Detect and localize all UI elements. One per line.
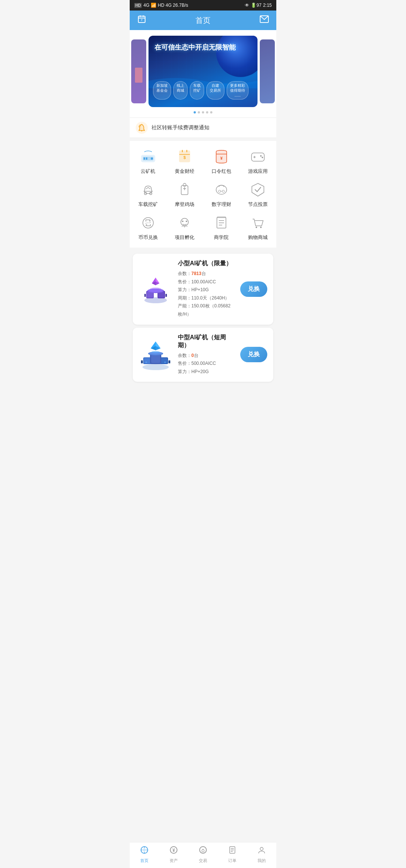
svg-marker-33	[252, 183, 264, 196]
incubator-icon	[176, 214, 194, 232]
menu-item-red-packet[interactable]: ¥ 口令红包	[206, 148, 236, 175]
banner-side-left	[131, 39, 146, 103]
menu-item-car-mine[interactable]: 车载挖矿	[133, 181, 163, 208]
svg-point-26	[183, 183, 186, 186]
small-miner-info: 小型AI矿机（限量） 余数：7813台 售价：100.00AICC 算力：HP+…	[178, 260, 235, 319]
menu-item-currency-exchange[interactable]: 币币兑换	[133, 214, 163, 241]
menu-row-1: 云矿机 $ 黄金财经 ¥ 口令红包	[130, 145, 276, 178]
calendar-icon[interactable]: 7	[136, 15, 148, 26]
time-display: 2:15	[263, 3, 272, 8]
medium-miner-image	[139, 338, 173, 372]
svg-rect-58	[165, 294, 167, 297]
menu-item-node-vote[interactable]: 节点投票	[243, 181, 273, 208]
svg-point-6	[141, 130, 142, 132]
svg-point-9	[151, 157, 153, 160]
svg-rect-74	[141, 360, 143, 363]
svg-rect-57	[144, 294, 146, 297]
menu-item-incubator[interactable]: 项目孵化	[170, 214, 200, 241]
banner-btn-shop[interactable]: 线上商城	[173, 81, 188, 100]
notice-icon	[136, 122, 148, 134]
svg-rect-61	[144, 358, 151, 363]
banner-dots	[130, 111, 276, 113]
menu-item-games[interactable]: 游戏应用	[243, 148, 273, 175]
cloud-miner-icon	[139, 148, 157, 166]
cloud-miner-label: 云矿机	[141, 168, 155, 175]
signal-icon: 4G 📶	[143, 3, 156, 8]
small-miner-price: 售价：100.00AICC	[178, 278, 235, 286]
product-card-medium-miner: 中型AI矿机（短周期） 余数：0台 售价：500.00AICC 算力：HP+20…	[133, 328, 273, 382]
notice-bar[interactable]: 社区转账手续费调整通知	[130, 118, 276, 138]
svg-point-43	[260, 227, 262, 228]
notice-text: 社区转账手续费调整通知	[151, 124, 209, 131]
medium-miner-remaining: 余数：0台	[178, 352, 235, 360]
small-miner-title: 小型AI矿机（限量）	[178, 260, 235, 268]
svg-text:7: 7	[141, 19, 142, 21]
banner-btn-singapore[interactable]: 新加坡基金会	[153, 81, 171, 100]
app-header: 7 首页	[130, 11, 276, 30]
menu-item-gold-finance[interactable]: $ 黄金财经	[170, 148, 200, 175]
svg-text:$: $	[183, 155, 186, 160]
banner-scroll[interactable]: 在可信生态中开启无限智能 新加坡基金会 线上商城 车载挖矿 自建交易所 更多精彩…	[130, 34, 276, 109]
svg-point-31	[222, 190, 224, 192]
menu-grid: 云矿机 $ 黄金财经 ¥ 口令红包	[130, 141, 276, 248]
dot-2[interactable]	[198, 111, 200, 113]
svg-point-76	[145, 361, 147, 363]
small-miner-redeem-button[interactable]: 兑换	[240, 281, 267, 297]
car-mine-icon	[139, 181, 157, 199]
banner-side-right	[260, 39, 275, 103]
currency-exchange-label: 币币兑换	[138, 234, 158, 241]
eye-icon: 👁	[245, 3, 249, 8]
menu-item-cloud-miner[interactable]: 云矿机	[133, 148, 163, 175]
battery-icon: 🔋97	[251, 3, 261, 8]
small-miner-hashrate: 算力：HP+10G	[178, 286, 235, 294]
svg-point-73	[151, 351, 160, 353]
product-card-small-miner: 小型AI矿机（限量） 余数：7813台 售价：100.00AICC 算力：HP+…	[133, 254, 273, 325]
banner-btn-exchange[interactable]: 自建交易所	[206, 81, 224, 100]
svg-rect-10	[144, 157, 145, 160]
medium-miner-redeem-button[interactable]: 兑换	[240, 347, 267, 362]
banner-btn-more[interactable]: 更多精彩值得期待......	[227, 81, 248, 100]
svg-point-34	[143, 218, 153, 228]
currency-exchange-icon	[139, 214, 157, 232]
status-bar: HD 4G 📶 HD 4G 26.7B/s 👁 🔋97 2:15	[130, 0, 276, 11]
business-school-icon	[212, 214, 230, 232]
digital-finance-label: 数字理财	[212, 201, 231, 208]
svg-point-77	[164, 361, 166, 363]
menu-item-shopping[interactable]: 购物商城	[243, 214, 273, 241]
red-packet-label: 口令红包	[212, 168, 231, 175]
banner-text: 在可信生态中开启无限智能	[155, 43, 236, 52]
dot-1[interactable]	[194, 111, 196, 113]
gold-finance-icon: $	[176, 148, 194, 166]
dot-4[interactable]	[206, 111, 208, 113]
menu-item-business-school[interactable]: 商学院	[206, 214, 236, 241]
menu-row-2: 车载挖矿 摩登鸡场	[130, 178, 276, 211]
small-miner-remaining: 余数：7813台	[178, 270, 235, 278]
games-icon	[249, 148, 267, 166]
banner-btn-mine[interactable]: 车载挖矿	[190, 81, 204, 100]
dot-3[interactable]	[202, 111, 204, 113]
svg-point-21	[260, 155, 262, 157]
small-miner-action: 兑换	[240, 281, 267, 297]
chicken-farm-label: 摩登鸡场	[175, 201, 194, 208]
svg-text:¥: ¥	[220, 156, 223, 160]
medium-miner-title: 中型AI矿机（短周期）	[178, 334, 235, 349]
svg-point-29	[216, 185, 227, 194]
menu-item-chicken-farm[interactable]: 摩登鸡场	[170, 181, 200, 208]
shopping-icon	[249, 214, 267, 232]
shopping-label: 购物商城	[248, 234, 268, 241]
svg-rect-11	[146, 157, 147, 160]
mail-icon[interactable]	[258, 15, 270, 25]
svg-point-22	[262, 157, 263, 158]
small-miner-output: 产能：150.00枚（0.05682枚/H）	[178, 302, 235, 318]
banner-main[interactable]: 在可信生态中开启无限智能 新加坡基金会 线上商城 车载挖矿 自建交易所 更多精彩…	[148, 36, 258, 107]
status-left: HD 4G 📶 HD 4G 26.7B/s	[134, 3, 188, 8]
business-school-label: 商学院	[214, 234, 229, 241]
status-right: 👁 🔋97 2:15	[245, 3, 272, 8]
dot-5[interactable]	[210, 111, 212, 113]
medium-miner-price: 售价：500.00AICC	[178, 360, 235, 368]
small-miner-image	[139, 272, 173, 306]
medium-miner-info: 中型AI矿机（短周期） 余数：0台 售价：500.00AICC 算力：HP+20…	[178, 334, 235, 376]
chicken-farm-icon	[176, 181, 194, 199]
menu-item-digital-finance[interactable]: 数字理财	[206, 181, 236, 208]
car-mine-label: 车载挖矿	[138, 201, 158, 208]
